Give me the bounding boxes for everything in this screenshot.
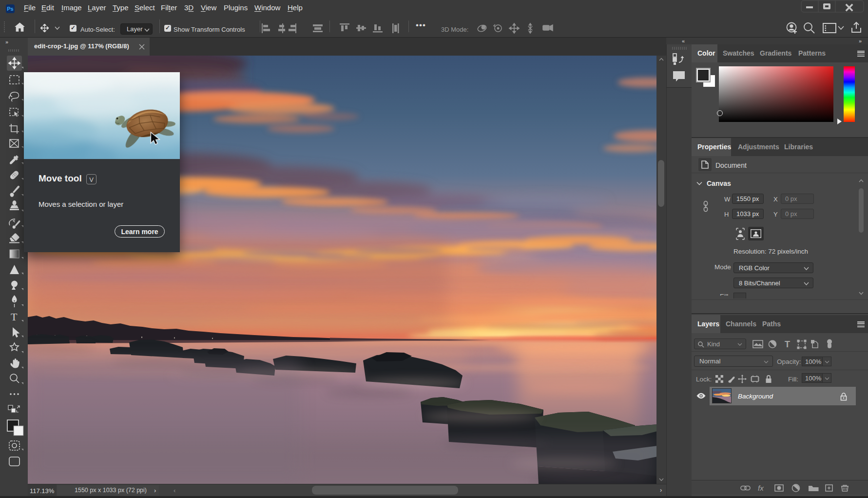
- svg-text:fx: fx: [758, 484, 764, 492]
- svg-text:»: »: [5, 39, 8, 45]
- svg-text:T: T: [11, 311, 18, 323]
- svg-text:T: T: [785, 339, 790, 349]
